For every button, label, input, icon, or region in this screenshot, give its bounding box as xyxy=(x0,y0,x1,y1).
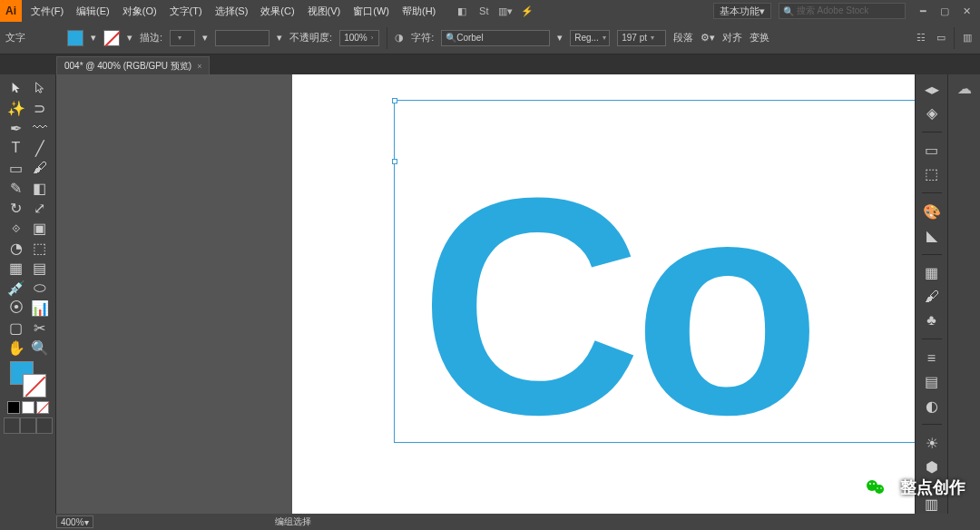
toolbox: ✨⊃ ✒〰 T╱ ▭🖌 ✎◧ ↻⤢ ⟐▣ ◔⬚ ▦▤ 💉⬭ ⦿📊 ▢✂ ✋🔍 xyxy=(0,74,56,514)
appearance-icon[interactable]: ☀ xyxy=(922,434,942,452)
align-label[interactable]: 对齐 xyxy=(722,31,742,44)
zoom-tool[interactable]: 🔍 xyxy=(28,338,52,358)
brushes-icon[interactable]: 🖌 xyxy=(922,288,942,306)
width-tool[interactable]: ⟐ xyxy=(5,218,28,238)
direct-selection-tool[interactable] xyxy=(28,78,52,98)
selection-tool[interactable] xyxy=(5,78,28,98)
stroke-swatch[interactable] xyxy=(103,30,120,46)
none-mode[interactable] xyxy=(36,401,49,414)
curvature-tool[interactable]: 〰 xyxy=(28,118,52,138)
font-family[interactable]: 🔍 Corbel xyxy=(441,30,550,46)
workspace-selector[interactable]: 基本功能 ▾ xyxy=(713,3,771,19)
gradient-mode[interactable] xyxy=(22,401,34,414)
transparency-icon[interactable]: ◐ xyxy=(922,397,942,415)
artboard-tool[interactable]: ▢ xyxy=(5,318,28,338)
blend-tool[interactable]: ⬭ xyxy=(28,278,52,298)
canvas-area: Co xyxy=(56,74,915,514)
selection-handle-mid[interactable] xyxy=(392,159,397,164)
tab-close-icon[interactable]: × xyxy=(197,62,201,71)
wechat-icon xyxy=(858,470,893,505)
swatches-icon[interactable]: ▦ xyxy=(922,264,942,282)
menu-file[interactable]: 文件(F) xyxy=(29,5,65,18)
menu-help[interactable]: 帮助(H) xyxy=(400,5,437,18)
color-mode[interactable] xyxy=(7,401,20,414)
stock-icon[interactable]: St xyxy=(475,5,492,17)
eyedropper-tool[interactable]: 💉 xyxy=(5,278,28,298)
panel-toggle[interactable]: ◂▸ xyxy=(922,80,942,98)
minimize-button[interactable]: ━ xyxy=(913,2,933,20)
svg-point-4 xyxy=(877,487,878,489)
stroke-panel-icon[interactable]: ≡ xyxy=(922,348,942,367)
rotate-tool[interactable]: ↻ xyxy=(5,198,28,218)
selection-box xyxy=(394,100,915,443)
zoom-level[interactable]: 400% ▾ xyxy=(56,515,93,528)
magic-wand-tool[interactable]: ✨ xyxy=(5,98,28,118)
svg-point-2 xyxy=(869,483,871,485)
draw-behind[interactable] xyxy=(20,417,36,434)
draw-inside[interactable] xyxy=(36,417,53,434)
draw-normal[interactable] xyxy=(4,417,20,434)
gpu-icon[interactable]: ⚡ xyxy=(519,5,535,17)
menu-view[interactable]: 视图(V) xyxy=(306,5,343,18)
char-label: 字符: xyxy=(411,31,434,44)
paintbrush-tool[interactable]: 🖌 xyxy=(28,158,52,178)
shaper-tool[interactable]: ✎ xyxy=(5,178,28,198)
gradient-tool[interactable]: ▤ xyxy=(28,258,52,278)
fill-stroke-indicator[interactable] xyxy=(10,361,46,398)
menu-object[interactable]: 对象(O) xyxy=(121,5,159,18)
column-graph-tool[interactable]: 📊 xyxy=(28,298,52,318)
menu-type[interactable]: 文字(T) xyxy=(168,5,204,18)
pen-tool[interactable]: ✒ xyxy=(5,118,28,138)
canvas[interactable]: Co xyxy=(56,74,915,514)
bridge-icon[interactable]: ◧ xyxy=(454,5,470,17)
fill-swatch[interactable] xyxy=(67,30,83,46)
scale-tool[interactable]: ⤢ xyxy=(28,198,52,218)
hand-tool[interactable]: ✋ xyxy=(5,338,28,358)
menu-window[interactable]: 窗口(W) xyxy=(351,5,391,18)
menu-edit[interactable]: 编辑(E) xyxy=(74,5,112,18)
right-dock: ☁ xyxy=(947,74,980,514)
watermark-text: 整点创作 xyxy=(900,476,965,498)
artboards-icon[interactable]: ▭ xyxy=(922,142,942,160)
selection-handle[interactable] xyxy=(392,98,397,103)
font-size[interactable]: 197 pt▾ xyxy=(617,30,666,46)
gradient-panel-icon[interactable]: ▤ xyxy=(922,373,942,391)
symbol-sprayer-tool[interactable]: ⦿ xyxy=(5,298,28,318)
line-tool[interactable]: ╱ xyxy=(28,138,52,158)
symbols-icon[interactable]: ♣ xyxy=(922,311,942,329)
color-icon[interactable]: 🎨 xyxy=(922,202,942,221)
stock-search[interactable]: 🔍 搜索 Adobe Stock xyxy=(779,3,906,19)
document-tab[interactable]: 004* @ 400% (RGB/GPU 预览) × xyxy=(56,56,210,74)
asset-icon[interactable]: ⬚ xyxy=(922,165,942,183)
recolor-icon[interactable]: ◑ xyxy=(395,32,404,44)
type-tool[interactable]: T xyxy=(5,138,28,158)
stroke-weight[interactable]: ▾ xyxy=(170,30,195,46)
close-button[interactable]: ✕ xyxy=(956,2,976,20)
eraser-tool[interactable]: ◧ xyxy=(28,178,52,198)
paragraph-icon[interactable]: ⚙▾ xyxy=(701,32,715,44)
lasso-tool[interactable]: ⊃ xyxy=(28,98,52,118)
transform-label[interactable]: 变换 xyxy=(750,31,769,44)
font-style[interactable]: Reg...▾ xyxy=(570,30,610,46)
shape-builder-tool[interactable]: ◔ xyxy=(5,238,28,258)
isolate-icon[interactable]: ▭ xyxy=(934,31,948,45)
maximize-button[interactable]: ▢ xyxy=(935,2,955,20)
opacity-value[interactable]: 100%› xyxy=(339,30,379,46)
rectangle-tool[interactable]: ▭ xyxy=(5,158,28,178)
arrange-icon[interactable]: ▥▾ xyxy=(497,5,514,17)
paragraph-label[interactable]: 段落 xyxy=(673,31,693,44)
perspective-tool[interactable]: ⬚ xyxy=(28,238,52,258)
menu-items: 文件(F) 编辑(E) 对象(O) 文字(T) 选择(S) 效果(C) 视图(V… xyxy=(29,5,437,18)
free-transform-tool[interactable]: ▣ xyxy=(28,218,52,238)
slice-tool[interactable]: ✂ xyxy=(28,318,52,338)
color-guide-icon[interactable]: ◣ xyxy=(922,226,942,244)
work-area: ✨⊃ ✒〰 T╱ ▭🖌 ✎◧ ↻⤢ ⟐▣ ◔⬚ ▦▤ 💉⬭ ⦿📊 ▢✂ ✋🔍 C… xyxy=(0,74,980,514)
prefs-icon[interactable]: ▥ xyxy=(960,31,975,45)
menu-effect[interactable]: 效果(C) xyxy=(259,5,296,18)
libraries-icon[interactable]: ☁ xyxy=(955,78,975,98)
menu-select[interactable]: 选择(S) xyxy=(213,5,250,18)
align-obj-icon[interactable]: ☷ xyxy=(914,31,928,45)
stroke-profile[interactable] xyxy=(215,30,270,46)
mesh-tool[interactable]: ▦ xyxy=(5,258,28,278)
layers-icon[interactable]: ◈ xyxy=(922,103,942,122)
